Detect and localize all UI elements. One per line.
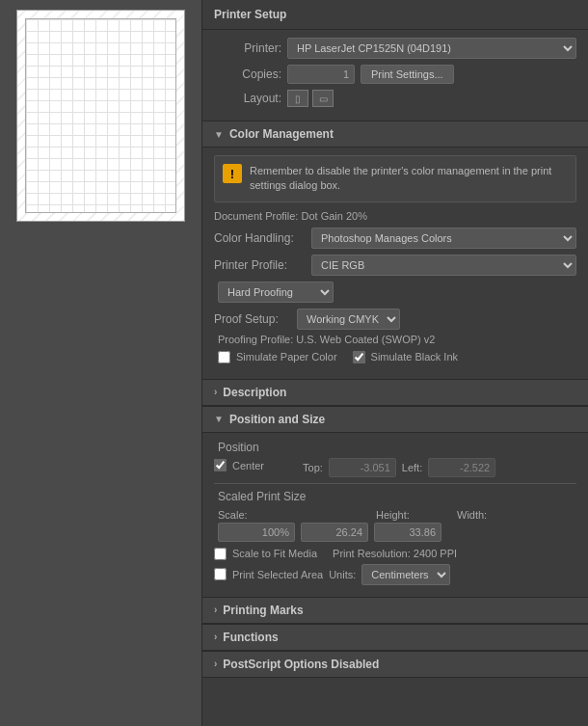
proof-setup-label: Proof Setup: — [214, 312, 291, 326]
printer-setup-content: Printer: HP LaserJet CP1525N (04D191) Co… — [202, 30, 588, 121]
scale-to-fit-checkbox[interactable] — [214, 548, 227, 560]
preview-canvas-inner — [25, 18, 176, 213]
top-left-row: Top: Left: — [303, 458, 495, 477]
scale-to-fit-row: Scale to Fit Media Print Resolution: 240… — [214, 548, 576, 560]
postscript-chevron: › — [214, 659, 217, 669]
printing-marks-chevron: › — [214, 605, 217, 615]
height-header: Height: — [376, 509, 453, 521]
hard-proofing-row: Hard Proofing Normal — [218, 282, 576, 303]
print-selected-row: Print Selected Area Units: Centimeters I… — [214, 564, 576, 585]
scale-to-fit-label: Scale to Fit Media — [232, 548, 317, 559]
layout-icons: ▯ ▭ — [287, 90, 334, 107]
left-label: Left: — [402, 462, 422, 473]
top-label: Top: — [303, 462, 323, 473]
position-size-content: Position Center Top: Left: Scaled Print … — [202, 433, 588, 597]
hard-proofing-select[interactable]: Hard Proofing Normal — [218, 282, 334, 303]
warning-icon: ! — [223, 164, 242, 183]
copies-row: Copies: Print Settings... — [214, 65, 576, 84]
layout-portrait-icon[interactable]: ▯ — [287, 90, 308, 107]
simulate-black-label: Simulate Black Ink — [371, 351, 458, 363]
simulate-paper-label: Simulate Paper Color — [236, 351, 337, 363]
copies-input[interactable] — [287, 65, 355, 84]
preview-canvas — [16, 10, 185, 222]
warning-text: Remember to disable the printer's color … — [250, 164, 568, 194]
simulate-paper-row: Simulate Paper Color — [218, 351, 337, 363]
copies-label: Copies: — [214, 67, 281, 81]
center-checkbox-row: Center — [214, 459, 264, 471]
left-input[interactable] — [428, 458, 495, 477]
settings-panel: Printer Setup Printer: HP LaserJet CP152… — [202, 0, 588, 726]
layout-landscape-icon[interactable]: ▭ — [312, 90, 334, 107]
layout-row: Layout: ▯ ▭ — [214, 90, 576, 107]
color-handling-label: Color Handling: — [214, 231, 306, 245]
height-input[interactable] — [301, 523, 368, 542]
simulate-black-checkbox[interactable] — [353, 351, 365, 363]
position-size-title: Position and Size — [229, 413, 325, 426]
printing-marks-header[interactable]: › Printing Marks — [202, 597, 588, 624]
functions-title: Functions — [223, 631, 278, 644]
proofing-profile-text: Proofing Profile: U.S. Web Coated (SWOP)… — [218, 334, 576, 345]
description-title: Description — [223, 386, 286, 399]
color-management-title: Color Management — [229, 127, 334, 141]
print-settings-button[interactable]: Print Settings... — [361, 65, 454, 84]
printer-profile-label: Printer Profile: — [214, 258, 306, 272]
print-resolution: Print Resolution: 2400 PPI — [333, 548, 457, 559]
print-selected-checkbox[interactable] — [214, 568, 227, 580]
top-input[interactable] — [329, 458, 396, 477]
print-selected-label: Print Selected Area — [232, 569, 323, 580]
proof-setup-row: Proof Setup: Working CMYK — [214, 309, 576, 330]
printer-label: Printer: — [214, 41, 281, 55]
color-management-header[interactable]: ▼ Color Management — [202, 121, 588, 148]
layout-label: Layout: — [214, 92, 281, 105]
functions-header[interactable]: › Functions — [202, 624, 588, 651]
position-label: Position — [218, 441, 576, 454]
preview-panel — [0, 0, 202, 726]
printer-profile-select[interactable]: CIE RGB — [311, 255, 576, 276]
position-divider — [214, 483, 576, 484]
color-management-chevron: ▼ — [214, 129, 224, 140]
units-select[interactable]: Centimeters Inches Millimeters — [361, 564, 450, 585]
scale-input[interactable] — [218, 523, 295, 542]
position-size-chevron: ▼ — [214, 414, 224, 424]
warning-box: ! Remember to disable the printer's colo… — [214, 155, 576, 202]
printer-row: Printer: HP LaserJet CP1525N (04D191) — [214, 38, 576, 59]
simulate-paper-checkbox[interactable] — [218, 351, 230, 363]
printer-select[interactable]: HP LaserJet CP1525N (04D191) — [287, 38, 576, 59]
proof-setup-select[interactable]: Working CMYK — [297, 309, 400, 330]
width-header: Width: — [457, 509, 515, 521]
center-label: Center — [232, 460, 264, 471]
center-checkbox[interactable] — [214, 459, 227, 471]
position-size-header[interactable]: ▼ Position and Size — [202, 406, 588, 433]
scaled-print-label: Scaled Print Size — [218, 490, 576, 503]
postscript-title: PostScript Options Disabled — [223, 658, 379, 671]
units-label: Units: — [329, 569, 356, 580]
printer-profile-row: Printer Profile: CIE RGB — [214, 255, 576, 276]
color-handling-row: Color Handling: Photoshop Manages Colors — [214, 228, 576, 249]
description-header[interactable]: › Description — [202, 379, 588, 406]
simulate-black-row: Simulate Black Ink — [353, 351, 458, 363]
functions-chevron: › — [214, 632, 217, 642]
scale-inputs-row — [218, 523, 576, 542]
scale-headers: Scale: Height: Width: — [218, 509, 576, 521]
center-row: Center Top: Left: — [214, 458, 576, 477]
simulate-row: Simulate Paper Color Simulate Black Ink — [218, 351, 576, 367]
description-chevron: › — [214, 387, 217, 397]
printer-setup-title: Printer Setup — [202, 0, 588, 30]
printing-marks-title: Printing Marks — [223, 604, 303, 617]
doc-profile: Document Profile: Dot Gain 20% — [214, 210, 576, 222]
color-management-content: ! Remember to disable the printer's colo… — [202, 148, 588, 379]
width-input[interactable] — [374, 523, 441, 542]
postscript-header[interactable]: › PostScript Options Disabled — [202, 651, 588, 678]
color-handling-select[interactable]: Photoshop Manages Colors — [311, 228, 576, 249]
scale-header: Scale: — [218, 509, 295, 521]
